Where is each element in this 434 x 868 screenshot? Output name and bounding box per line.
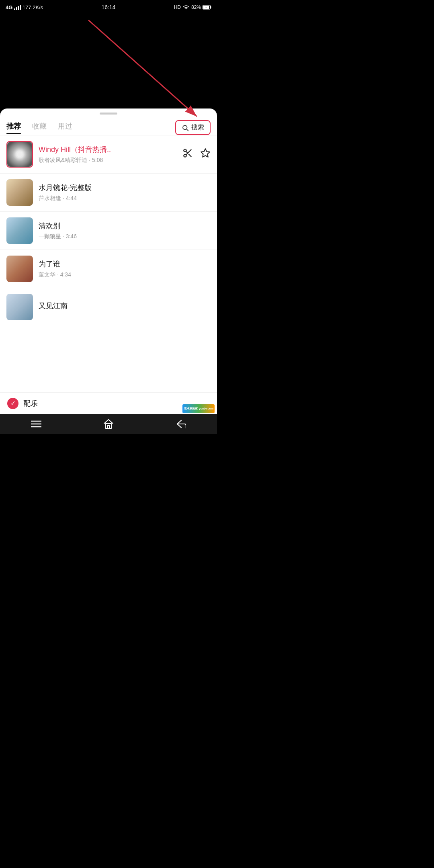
search-button[interactable]: 搜索	[175, 120, 211, 135]
song-item-4[interactable]: 为了谁 董文华 · 4:34	[0, 250, 217, 288]
network-type: 4G	[6, 4, 12, 10]
search-icon	[182, 124, 189, 131]
hd-badge: HD	[174, 4, 181, 10]
song-meta-1: 歌者凌风&精彩轩迪 · 5:08	[39, 157, 177, 164]
network-speed: 177.2K/s	[23, 4, 43, 10]
hamburger-icon[interactable]	[26, 414, 46, 434]
svg-line-6	[186, 129, 188, 131]
song-title-1: Windy Hill（抖音热播..	[39, 145, 177, 154]
wifi-icon	[182, 4, 190, 10]
song-thumb-2	[6, 179, 33, 206]
battery-icon	[203, 5, 211, 10]
song-thumb-3	[6, 217, 33, 244]
song-item-3[interactable]: 清欢别 一颗狼星 · 3:46	[0, 212, 217, 250]
signal-bars	[14, 5, 21, 10]
svg-line-11	[186, 151, 188, 153]
peihe-check: ✓	[7, 398, 18, 409]
song-info-2: 水月镜花-完整版 萍水相逢 · 4:44	[39, 183, 211, 202]
peihe-label: 配乐	[23, 399, 38, 408]
status-left: 4G 177.2K/s	[6, 4, 43, 10]
thumb-qinghuang	[6, 217, 33, 244]
watermark-text: 纯净系统家 ycwjy.com	[184, 407, 214, 411]
watermark: 纯净系统家 ycwjy.com	[182, 404, 215, 413]
svg-rect-1	[211, 6, 211, 8]
thumb-weizhe	[6, 256, 33, 282]
song-item-5[interactable]: 又见江南	[0, 288, 217, 326]
song-title-5: 又见江南	[39, 301, 211, 311]
song-list: Windy Hill（抖音热播.. 歌者凌风&精彩轩迪 · 5:08	[0, 135, 217, 401]
song-meta-4: 董文华 · 4:34	[39, 271, 211, 278]
tab-recommend[interactable]: 推荐	[6, 121, 21, 134]
svg-rect-18	[107, 426, 110, 428]
star-icon[interactable]	[200, 148, 211, 161]
song-meta-2: 萍水相逢 · 4:44	[39, 195, 211, 202]
battery-percent: 82%	[191, 4, 201, 10]
thumb-shuiyue	[6, 179, 33, 206]
thumb-youjian	[6, 294, 33, 320]
tabs-row: 推荐 收藏 用过 搜索	[0, 115, 217, 135]
status-right: HD 82%	[174, 4, 211, 10]
song-title-3: 清欢别	[39, 221, 211, 231]
search-label: 搜索	[191, 123, 204, 132]
song-thumb-4	[6, 256, 33, 282]
svg-rect-13	[6, 179, 33, 206]
song-item-1[interactable]: Windy Hill（抖音热播.. 歌者凌风&精彩轩迪 · 5:08	[0, 135, 217, 174]
song-info-4: 为了谁 董文华 · 4:34	[39, 259, 211, 278]
song-info-1: Windy Hill（抖音热播.. 歌者凌风&精彩轩迪 · 5:08	[39, 145, 177, 164]
song-meta-3: 一颗狼星 · 3:46	[39, 233, 211, 240]
song-thumb-1	[6, 141, 33, 168]
song-info-3: 清欢别 一颗狼星 · 3:46	[39, 221, 211, 240]
tab-favorites[interactable]: 收藏	[32, 121, 47, 134]
bottom-nav	[0, 414, 217, 434]
song-item-2[interactable]: 水月镜花-完整版 萍水相逢 · 4:44	[0, 174, 217, 212]
bottom-sheet: 推荐 收藏 用过 搜索 Windy Hill（抖音热播.. 歌者凌风&精彩轩迪 …	[0, 108, 217, 414]
tab-recent[interactable]: 用过	[58, 121, 72, 134]
back-icon[interactable]	[171, 414, 191, 434]
thumb-disc-1	[7, 142, 32, 167]
song-info-5: 又见江南	[39, 301, 211, 313]
svg-marker-12	[201, 149, 210, 157]
status-bar: 4G 177.2K/s 16:14 HD 82%	[0, 0, 217, 14]
svg-line-10	[189, 154, 191, 157]
home-icon[interactable]	[98, 414, 119, 434]
song-actions-1	[182, 148, 211, 161]
song-title-2: 水月镜花-完整版	[39, 183, 211, 192]
scissors-icon[interactable]	[182, 148, 193, 161]
song-thumb-5	[6, 294, 33, 320]
song-title-4: 为了谁	[39, 259, 211, 269]
status-time: 16:14	[101, 4, 115, 10]
